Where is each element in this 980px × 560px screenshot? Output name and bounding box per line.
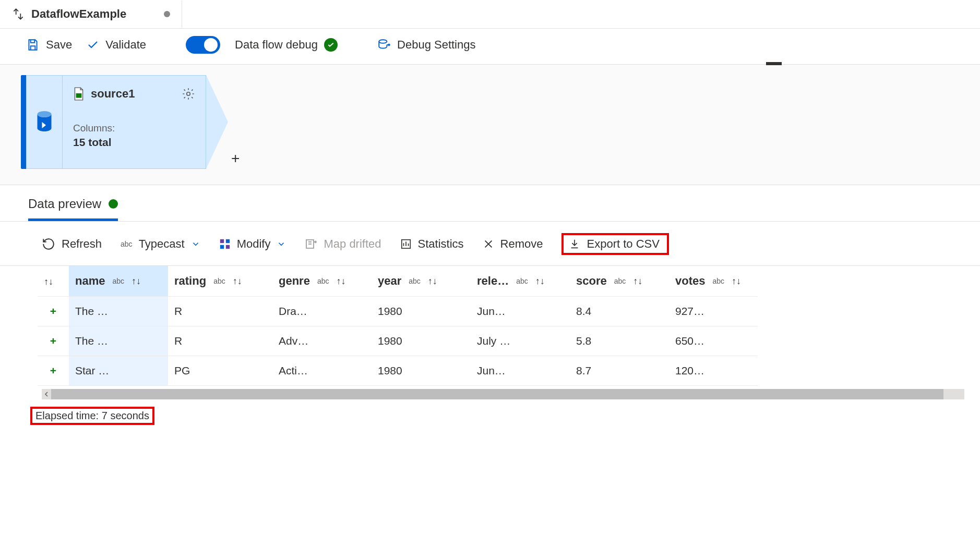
- col-header-year[interactable]: year abc ↑↓: [372, 266, 471, 297]
- cell-year: 1980: [372, 356, 471, 386]
- sort-icon: ↑↓: [535, 276, 545, 287]
- chevron-down-icon: [191, 239, 200, 249]
- save-label: Save: [46, 38, 72, 52]
- modify-icon: [219, 238, 231, 250]
- tab-label: Data preview: [28, 197, 101, 211]
- check-icon: [87, 39, 99, 51]
- dataflow-toolbar: Save Validate Data flow debug Debug Sett…: [0, 29, 980, 65]
- elapsed-time: Elapsed time: 7 seconds: [30, 407, 154, 425]
- col-header-genre[interactable]: genre abc ↑↓: [272, 266, 372, 297]
- modify-button[interactable]: Modify: [219, 237, 286, 251]
- refresh-button[interactable]: Refresh: [42, 237, 102, 251]
- remove-label: Remove: [500, 237, 543, 251]
- panel-resize-handle[interactable]: [766, 62, 782, 65]
- cell-released: Jun…: [471, 356, 570, 386]
- chevron-down-icon: [277, 239, 286, 249]
- save-button[interactable]: Save: [26, 38, 72, 52]
- scroll-right-icon[interactable]: [943, 389, 964, 399]
- export-csv-button[interactable]: Export to CSV: [561, 233, 668, 255]
- cell-votes: 120…: [669, 356, 758, 386]
- svg-rect-4: [220, 239, 224, 243]
- cell-year: 1980: [372, 326, 471, 356]
- col-label: rele…: [477, 274, 509, 288]
- type-icon: abc: [516, 277, 528, 285]
- map-drifted-label: Map drifted: [324, 237, 381, 251]
- cell-votes: 650…: [669, 326, 758, 356]
- expand-row-button[interactable]: +: [38, 326, 69, 356]
- cell-year: 1980: [372, 297, 471, 326]
- cell-released: July …: [471, 326, 570, 356]
- database-icon: [35, 110, 54, 134]
- debug-toggle-label: Data flow debug: [235, 38, 338, 52]
- map-drifted-button: Map drifted: [305, 237, 381, 251]
- horizontal-scrollbar[interactable]: [42, 389, 964, 399]
- row-handle-header[interactable]: ↑↓: [38, 266, 69, 297]
- debug-settings-icon: [377, 38, 391, 52]
- type-icon: abc: [112, 277, 124, 285]
- status-ok-icon: [324, 38, 338, 52]
- tab-dataflow[interactable]: DataflowExample: [0, 0, 182, 28]
- col-label: rating: [174, 274, 206, 288]
- cell-genre: Acti…: [272, 356, 372, 386]
- validate-button[interactable]: Validate: [87, 38, 146, 52]
- sort-icon: ↑↓: [132, 276, 141, 287]
- cell-genre: Dra…: [272, 297, 372, 326]
- sort-icon: ↑↓: [337, 276, 346, 287]
- preview-footer: Elapsed time: 7 seconds: [0, 399, 980, 437]
- table-header-row: ↑↓ name abc ↑↓ rating abc ↑↓: [38, 266, 758, 297]
- col-header-score[interactable]: score abc ↑↓: [570, 266, 669, 297]
- cell-rating: R: [168, 297, 272, 326]
- preview-grid: ↑↓ name abc ↑↓ rating abc ↑↓: [0, 266, 980, 386]
- dataflow-icon: [11, 7, 25, 21]
- table-row[interactable]: + The … R Dra… 1980 Jun… 8.4 927…: [38, 297, 758, 326]
- debug-settings-label: Debug Settings: [397, 38, 475, 52]
- col-name-label: name: [75, 274, 105, 288]
- col-header-released[interactable]: rele… abc ↑↓: [471, 266, 570, 297]
- type-icon: abc: [614, 277, 626, 285]
- sort-icon: ↑↓: [428, 276, 437, 287]
- col-header-rating[interactable]: rating abc ↑↓: [168, 266, 272, 297]
- breadcrumb: [182, 1, 980, 28]
- node-settings-button[interactable]: [182, 87, 195, 101]
- typecast-label: Typecast: [139, 237, 185, 251]
- data-table: ↑↓ name abc ↑↓ rating abc ↑↓: [38, 266, 758, 386]
- cell-genre: Adv…: [272, 326, 372, 356]
- type-icon: abc: [317, 277, 329, 285]
- remove-button[interactable]: Remove: [483, 237, 543, 251]
- scroll-left-icon[interactable]: [42, 389, 51, 399]
- cell-score: 8.7: [570, 356, 669, 386]
- source-type-rail: [26, 75, 63, 169]
- col-header-name[interactable]: name abc ↑↓: [69, 266, 168, 297]
- dataflow-canvas[interactable]: source1 Columns: 15 total +: [0, 65, 980, 185]
- preview-toolbar: Refresh abc Typecast Modify Map drifted: [0, 221, 980, 266]
- debug-settings-button[interactable]: Debug Settings: [377, 38, 475, 52]
- table-row[interactable]: + The … R Adv… 1980 July … 5.8 650…: [38, 326, 758, 356]
- close-icon: [483, 238, 494, 250]
- col-header-votes[interactable]: votes abc ↑↓: [669, 266, 758, 297]
- cell-rating: R: [168, 326, 272, 356]
- typecast-button[interactable]: abc Typecast: [121, 237, 200, 251]
- refresh-label: Refresh: [62, 237, 102, 251]
- bottom-panel-tabs: Data preview: [0, 185, 980, 221]
- debug-toggle[interactable]: [186, 36, 220, 54]
- source-node[interactable]: source1 Columns: 15 total +: [21, 75, 980, 169]
- table-row[interactable]: + Star … PG Acti… 1980 Jun… 8.7 120…: [38, 356, 758, 386]
- tab-data-preview[interactable]: Data preview: [28, 197, 118, 221]
- abc-type-icon: abc: [121, 240, 133, 248]
- columns-count: 15 total: [73, 136, 195, 149]
- save-icon: [26, 38, 40, 52]
- cell-name: Star …: [69, 356, 168, 386]
- unsaved-indicator-icon: [164, 11, 170, 17]
- expand-row-button[interactable]: +: [38, 356, 69, 386]
- cell-name: The …: [69, 326, 168, 356]
- col-label: genre: [279, 274, 310, 288]
- svg-rect-6: [220, 245, 224, 249]
- sort-icon: ↑↓: [633, 276, 642, 287]
- add-transform-button[interactable]: +: [231, 150, 240, 167]
- statistics-button[interactable]: Statistics: [400, 237, 464, 251]
- editor-tabs: DataflowExample: [0, 0, 980, 29]
- expand-row-button[interactable]: +: [38, 297, 69, 326]
- node-body[interactable]: source1 Columns: 15 total: [63, 75, 206, 169]
- selection-indicator: [21, 75, 26, 169]
- col-label: score: [576, 274, 607, 288]
